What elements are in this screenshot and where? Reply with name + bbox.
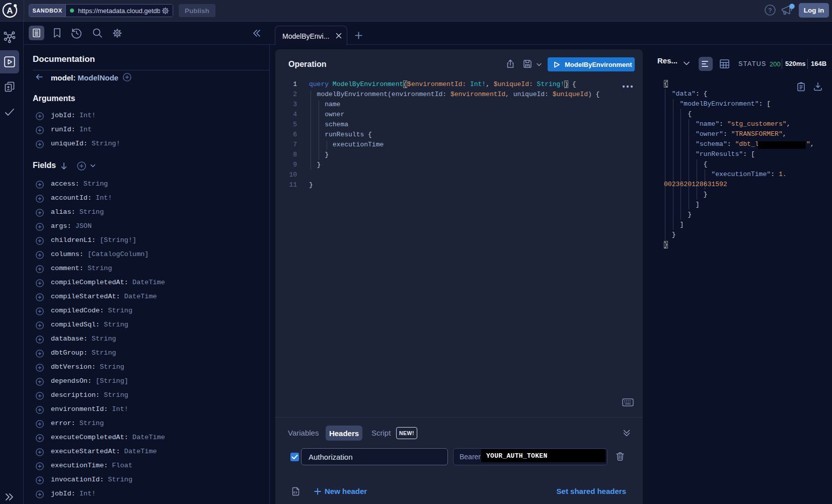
svg-text:A: A: [7, 6, 13, 16]
svg-text:?: ?: [768, 7, 772, 14]
